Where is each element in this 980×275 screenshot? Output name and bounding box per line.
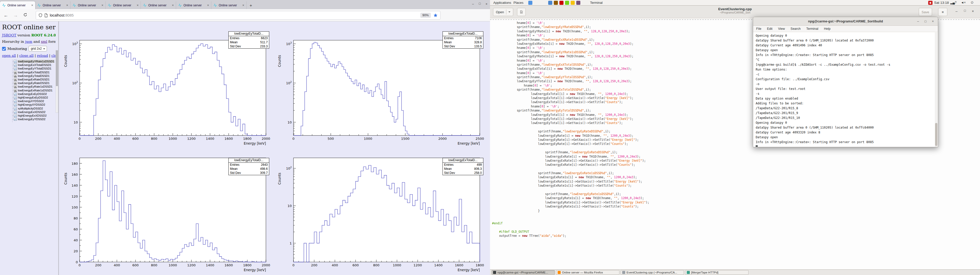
tree-item[interactable]: lowEnergyExXTotalDSSD1: [2, 63, 56, 67]
editor-maximize-icon[interactable]: ▢: [964, 9, 966, 12]
tree-item[interactable]: lowEnergyEyTotalDSSD1: [2, 74, 56, 77]
stat-box[interactable]: lowEnergyExTotalD...Entries499Mean806.3S…: [442, 158, 484, 175]
page-info-icon[interactable]: [45, 14, 48, 17]
tree-item[interactable]: lowEnergyEyYRate1sDSSD1: [2, 60, 56, 63]
editor-minimize-icon[interactable]: –: [956, 9, 958, 13]
shield-icon[interactable]: [38, 13, 42, 17]
terminal-output[interactable]: Opening dataspy 0dataSpy Shared buffer a…: [753, 32, 938, 147]
tab-close-icon[interactable]: ×: [31, 3, 33, 7]
tree-item[interactable]: lowEnergyEyYTotalDSSD1: [2, 67, 56, 70]
focused-window-label[interactable]: Terminal: [590, 0, 603, 5]
network-status-icon[interactable]: ▂▄?: [950, 1, 956, 4]
stat-box[interactable]: lowEnergyExTotalD...Entries7106Mean328.8…: [442, 31, 484, 49]
tree-item[interactable]: lowEnergyEyYDSSD2: [2, 117, 56, 121]
launcher-icon-6[interactable]: [576, 1, 580, 5]
close-icon[interactable]: ×: [485, 2, 487, 6]
back-button[interactable]: ←: [2, 11, 10, 19]
tree-item[interactable]: lowEnergyEyRateDSSD1: [2, 81, 56, 85]
clock[interactable]: Sat 13:18: [934, 0, 949, 5]
browser-tab[interactable]: Online server×: [70, 1, 106, 9]
reload-button[interactable]: [21, 11, 29, 19]
monitoring-checkbox[interactable]: [2, 47, 6, 51]
open-dropdown-icon[interactable]: [508, 11, 511, 14]
terminal-menu-search[interactable]: Search: [791, 27, 801, 30]
tree-item[interactable]: lowEnergyExXDSSD2: [2, 110, 56, 114]
tree-item[interactable]: lowEnergyXYDSSD2: [2, 99, 56, 103]
browser-tab[interactable]: Online server×: [176, 1, 211, 9]
file-manager-icon[interactable]: [528, 1, 532, 5]
tab-close-icon[interactable]: ×: [207, 3, 209, 7]
browser-tab[interactable]: Online server×: [211, 1, 247, 9]
tree-item[interactable]: xyMultiplicityDSSD2: [2, 106, 56, 110]
json-link[interactable]: json: [25, 40, 32, 44]
tab-close-icon[interactable]: ×: [66, 3, 68, 7]
svg-text:160: 160: [72, 173, 78, 177]
forward-button[interactable]: →: [12, 11, 19, 19]
new-document-button[interactable]: [517, 8, 526, 16]
new-tab-button[interactable]: +: [248, 3, 254, 9]
sidebar-scrollbar[interactable]: [56, 50, 58, 113]
notification-icon[interactable]: ◆: [928, 1, 932, 5]
save-button[interactable]: Save: [919, 8, 932, 16]
maximize-icon[interactable]: ▢: [479, 2, 481, 6]
tree-item[interactable]: highEnergyXYDSSD2: [2, 103, 56, 106]
places-menu[interactable]: Places: [514, 0, 523, 5]
scrollbar-thumb[interactable]: [56, 51, 58, 86]
action-link-close-all[interactable]: close all: [19, 54, 34, 58]
taskbar-item[interactable]: npg@carme-gsi:~/Programs/CARME...: [492, 270, 555, 275]
tab-close-icon[interactable]: ×: [242, 3, 244, 7]
terminal-scrollbar-thumb[interactable]: [935, 123, 937, 146]
url-bar[interactable]: localhost:8085 90%: [36, 11, 441, 20]
terminal-menu-view[interactable]: View: [778, 27, 785, 30]
terminal-minimize-icon[interactable]: –: [917, 17, 919, 25]
terminal-maximize-icon[interactable]: ▢: [924, 17, 927, 25]
terminal-menu-edit[interactable]: Edit: [767, 27, 773, 30]
xml-link[interactable]: xml: [41, 40, 47, 44]
stat-box[interactable]: lowEnergyEyTotalD...Entries6623Mean511.7…: [228, 31, 269, 49]
tab-close-icon[interactable]: ×: [172, 3, 174, 7]
taskbar-item[interactable]: Online server — Mozilla Firefox: [556, 270, 619, 275]
taskbar-item[interactable]: [Merge/Tape HTTPd]: [685, 270, 749, 275]
launcher-icon-3[interactable]: [559, 1, 563, 5]
terminal-menu-file[interactable]: File: [756, 27, 761, 30]
tree-item[interactable]: highEnergyExEyDSSD2: [2, 96, 56, 99]
tree-item[interactable]: lowEnergyEyRate1sDSSD1: [2, 85, 56, 89]
terminal-menu-help[interactable]: Help: [824, 27, 830, 30]
minimize-icon[interactable]: –: [472, 2, 474, 6]
action-link-reload[interactable]: reload: [37, 54, 48, 58]
applications-menu[interactable]: Applications: [493, 0, 511, 5]
editor-close-icon[interactable]: ×: [972, 9, 974, 13]
bookmark-star-icon[interactable]: [433, 13, 438, 17]
browser-tab[interactable]: Online server×: [106, 1, 141, 9]
tab-close-icon[interactable]: ×: [137, 3, 138, 7]
launcher-icon-1[interactable]: [548, 1, 552, 5]
terminal-menu-terminal[interactable]: Terminal: [806, 27, 818, 30]
tab-close-icon[interactable]: ×: [101, 3, 103, 7]
action-link-open-all[interactable]: open all: [2, 54, 16, 58]
tree-item[interactable]: lowEnergyExTotalDSSD1: [2, 71, 56, 74]
tree-item[interactable]: lowEnergyExRateDSSD1: [2, 77, 56, 81]
power-icon[interactable]: ⏻: [971, 1, 974, 4]
launcher-icon-5[interactable]: [571, 1, 575, 5]
browser-tab[interactable]: Online server×: [0, 1, 35, 9]
terminal-scrollbar[interactable]: [935, 32, 938, 147]
root-canvas-area[interactable]: 0200400600800100012001400160018002000101…: [59, 21, 490, 275]
tree-item[interactable]: lowEnergyExRate1sDSSD1: [2, 89, 56, 92]
jsroot-link[interactable]: JSROOT: [2, 33, 16, 37]
taskbar-item[interactable]: EventClustering.cpp (~/Programs/CA...: [620, 270, 684, 275]
action-link-clear[interactable]: clear: [51, 54, 56, 58]
browser-tab[interactable]: Online server×: [141, 1, 176, 9]
stat-box[interactable]: lowEnergyEyTotalD...Entries2643Mean498.6…: [228, 158, 269, 175]
layout-select[interactable]: grid 2x2: [29, 46, 47, 51]
tree-item[interactable]: lowEnergyExEyDSSD2: [2, 92, 56, 96]
terminal-close-icon[interactable]: ×: [932, 17, 934, 25]
browser-tab[interactable]: Online server×: [35, 1, 70, 9]
terminal-title-bar[interactable]: npg@carme-gsi:~/Programs/CARME_Sort/buil…: [753, 17, 938, 26]
volume-muted-icon[interactable]: ◄×: [961, 1, 966, 4]
editor-menu-button[interactable]: ≡: [938, 8, 947, 16]
launcher-icon-4[interactable]: [565, 1, 569, 5]
zoom-level-badge[interactable]: 90%: [420, 13, 431, 18]
open-button[interactable]: Open: [493, 8, 513, 16]
launcher-icon-2[interactable]: [554, 1, 558, 5]
tree-item[interactable]: highEnergyExXDSSD2: [2, 114, 56, 117]
